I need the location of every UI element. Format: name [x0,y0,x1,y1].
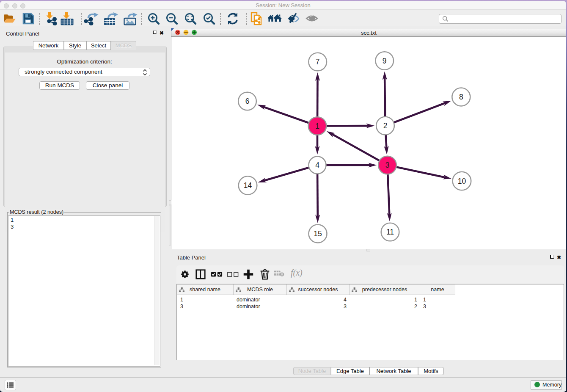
svg-text:6: 6 [245,97,250,105]
svg-text:14: 14 [244,181,252,190]
svg-text:4: 4 [315,161,319,169]
svg-text:9: 9 [383,57,387,65]
svg-text:8: 8 [459,93,463,101]
svg-text:1: 1 [315,122,319,130]
svg-text:7: 7 [316,58,320,66]
svg-text:11: 11 [386,228,394,236]
svg-text:3: 3 [385,161,390,169]
svg-text:15: 15 [314,229,322,238]
svg-text:10: 10 [458,177,466,185]
svg-text:2: 2 [383,121,388,130]
